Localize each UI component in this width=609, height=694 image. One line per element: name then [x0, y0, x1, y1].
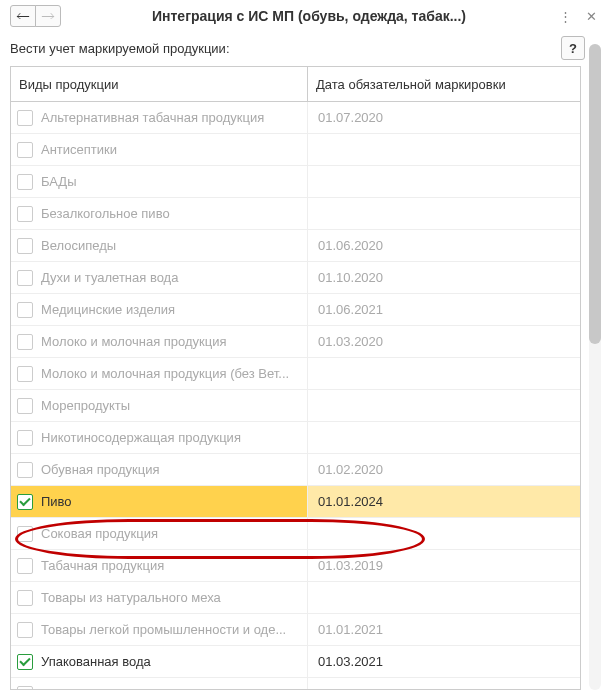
product-label: Молоко и молочная продукция (без Вет... [41, 366, 289, 381]
row-checkbox[interactable] [17, 398, 33, 414]
date-cell: 01.03.2019 [308, 558, 580, 573]
table-row[interactable]: Молоко и молочная продукция (без Вет... [11, 358, 580, 390]
date-cell: 01.03.2020 [308, 334, 580, 349]
table-row[interactable]: Товары из натурального меха [11, 582, 580, 614]
product-cell[interactable]: Обувная продукция [11, 454, 307, 485]
product-cell[interactable]: Товары легкой промышленности и оде... [11, 614, 307, 645]
product-label: Велосипеды [41, 238, 116, 253]
menu-icon[interactable]: ⋮ [557, 9, 573, 24]
titlebar: 🡐 🡒 Интеграция с ИС МП (обувь, одежда, т… [0, 0, 609, 32]
product-cell[interactable]: БАДы [11, 166, 307, 197]
vertical-scrollbar[interactable] [589, 44, 601, 690]
subtitle-label: Вести учет маркируемой продукции: [10, 41, 561, 56]
row-checkbox[interactable] [17, 366, 33, 382]
product-label: Морепродукты [41, 398, 130, 413]
product-table-container: Виды продукции Дата обязательной маркиро… [10, 66, 581, 690]
column-header-date[interactable]: Дата обязательной маркировки [308, 67, 581, 102]
product-cell[interactable]: Альтернативная табачная продукция [11, 102, 307, 133]
table-row[interactable]: Никотиносодержащая продукция [11, 422, 580, 454]
product-label: Антисептики [41, 142, 117, 157]
product-cell[interactable]: Товары из натурального меха [11, 582, 307, 613]
table-row[interactable]: Молоко и молочная продукция01.03.2020 [11, 326, 580, 358]
product-cell[interactable]: Морепродукты [11, 390, 307, 421]
table-row[interactable]: Альтернативная табачная продукция01.07.2… [11, 102, 580, 134]
row-checkbox[interactable] [17, 142, 33, 158]
nav-forward-button[interactable]: 🡒 [35, 5, 61, 27]
product-cell[interactable]: Фотокамеры и лампы-вспышки [11, 678, 307, 690]
table-row[interactable]: Духи и туалетная вода01.10.2020 [11, 262, 580, 294]
product-cell[interactable]: Пиво [11, 486, 307, 517]
product-cell[interactable]: Антисептики [11, 134, 307, 165]
row-checkbox[interactable] [17, 654, 33, 670]
product-label: Духи и туалетная вода [41, 270, 178, 285]
product-cell[interactable]: Безалкогольное пиво [11, 198, 307, 229]
product-label: Табачная продукция [41, 558, 164, 573]
table-row[interactable]: Табачная продукция01.03.2019 [11, 550, 580, 582]
column-header-product[interactable]: Виды продукции [11, 67, 308, 102]
window-title: Интеграция с ИС МП (обувь, одежда, табак… [61, 8, 557, 24]
date-cell: 01.01.2021 [308, 622, 580, 637]
date-cell: 01.02.2020 [308, 462, 580, 477]
product-label: Пиво [41, 494, 72, 509]
product-cell[interactable]: Никотиносодержащая продукция [11, 422, 307, 453]
row-checkbox[interactable] [17, 686, 33, 691]
date-cell: 01.01.2024 [308, 494, 580, 509]
table-row[interactable]: Велосипеды01.06.2020 [11, 230, 580, 262]
table-row[interactable]: БАДы [11, 166, 580, 198]
product-cell[interactable]: Молоко и молочная продукция (без Вет... [11, 358, 307, 389]
table-row[interactable]: Соковая продукция [11, 518, 580, 550]
row-checkbox[interactable] [17, 558, 33, 574]
table-row[interactable]: Упакованная вода01.03.2021 [11, 646, 580, 678]
subtitle-row: Вести учет маркируемой продукции: ? [0, 32, 609, 68]
row-checkbox[interactable] [17, 622, 33, 638]
table-row[interactable]: Безалкогольное пиво [11, 198, 580, 230]
row-checkbox[interactable] [17, 462, 33, 478]
row-checkbox[interactable] [17, 590, 33, 606]
row-checkbox[interactable] [17, 302, 33, 318]
row-checkbox[interactable] [17, 238, 33, 254]
product-cell[interactable]: Велосипеды [11, 230, 307, 261]
product-label: Упакованная вода [41, 654, 151, 669]
product-label: Товары легкой промышленности и оде... [41, 622, 286, 637]
product-label: Никотиносодержащая продукция [41, 430, 241, 445]
row-checkbox[interactable] [17, 430, 33, 446]
row-checkbox[interactable] [17, 206, 33, 222]
table-row[interactable]: Медицинские изделия01.06.2021 [11, 294, 580, 326]
date-cell: 01.10.2020 [308, 686, 580, 690]
date-cell: 01.07.2020 [308, 110, 580, 125]
help-button[interactable]: ? [561, 36, 585, 60]
product-cell[interactable]: Медицинские изделия [11, 294, 307, 325]
row-checkbox[interactable] [17, 174, 33, 190]
table-row[interactable]: Антисептики [11, 134, 580, 166]
product-label: Безалкогольное пиво [41, 206, 170, 221]
product-label: Альтернативная табачная продукция [41, 110, 264, 125]
row-checkbox[interactable] [17, 526, 33, 542]
product-label: Фотокамеры и лампы-вспышки [41, 686, 229, 690]
close-icon[interactable]: ✕ [583, 9, 599, 24]
row-checkbox[interactable] [17, 494, 33, 510]
product-cell[interactable]: Молоко и молочная продукция [11, 326, 307, 357]
product-table: Виды продукции Дата обязательной маркиро… [11, 67, 580, 690]
product-label: Соковая продукция [41, 526, 158, 541]
nav-back-button[interactable]: 🡐 [10, 5, 36, 27]
row-checkbox[interactable] [17, 270, 33, 286]
table-row[interactable]: Обувная продукция01.02.2020 [11, 454, 580, 486]
product-label: БАДы [41, 174, 77, 189]
row-checkbox[interactable] [17, 110, 33, 126]
product-cell[interactable]: Табачная продукция [11, 550, 307, 581]
product-label: Молоко и молочная продукция [41, 334, 227, 349]
table-row[interactable]: Пиво01.01.2024 [11, 486, 580, 518]
scroll-thumb[interactable] [589, 44, 601, 344]
product-cell[interactable]: Духи и туалетная вода [11, 262, 307, 293]
product-cell[interactable]: Упакованная вода [11, 646, 307, 677]
product-label: Обувная продукция [41, 462, 159, 477]
table-row[interactable]: Товары легкой промышленности и оде...01.… [11, 614, 580, 646]
table-row[interactable]: Морепродукты [11, 390, 580, 422]
row-checkbox[interactable] [17, 334, 33, 350]
product-cell[interactable]: Соковая продукция [11, 518, 307, 549]
date-cell: 01.10.2020 [308, 270, 580, 285]
product-label: Товары из натурального меха [41, 590, 221, 605]
date-cell: 01.06.2020 [308, 238, 580, 253]
table-row[interactable]: Фотокамеры и лампы-вспышки01.10.2020 [11, 678, 580, 691]
date-cell: 01.06.2021 [308, 302, 580, 317]
